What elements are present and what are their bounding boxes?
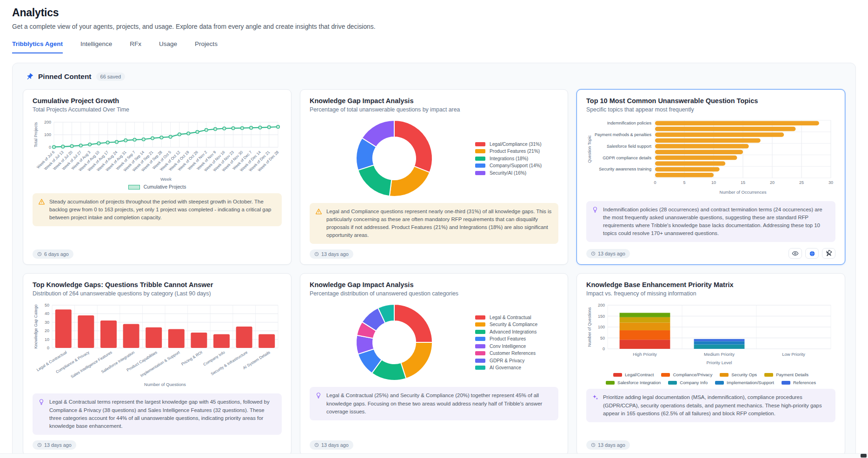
svg-text:100: 100: [44, 132, 51, 137]
clock-icon: [314, 443, 319, 447]
annotation-box: Legal and Compliance questions represent…: [310, 203, 558, 244]
svg-text:40: 40: [45, 312, 49, 316]
tab-usage[interactable]: Usage: [159, 40, 177, 53]
svg-text:200: 200: [598, 303, 605, 308]
card-subtitle: Impact vs. frequency of missing informat…: [586, 290, 835, 297]
annotation-box: Legal & Contractual terms represent the …: [33, 393, 282, 434]
annotation-box: Prioritize adding legal documentation (M…: [586, 389, 835, 422]
saved-count-badge: 66 saved: [96, 72, 126, 81]
horizontal-scrollbar[interactable]: [0, 453, 868, 458]
legend-item: Product Features (21%): [475, 149, 542, 154]
lightbulb-icon: [315, 392, 322, 415]
card-top-knowledge-gaps[interactable]: Top Knowledge Gaps: Questions Tribble Ca…: [23, 273, 292, 455]
vertical-bar-chart: 01020304050Legal & ContractualCompliance…: [33, 301, 282, 390]
svg-text:10: 10: [711, 180, 716, 185]
card-footer: 13 days ago: [310, 435, 558, 450]
tab-intelligence[interactable]: Intelligence: [80, 40, 112, 53]
line-chart: 0100200Week of Jul 6Week of Jul 13Week o…: [33, 118, 282, 184]
card-top-unanswerable-topics[interactable]: Top 10 Most Common Unanswerable Question…: [576, 89, 845, 265]
legend-item: GDPR & Privacy: [475, 358, 537, 363]
page-title: Analytics: [12, 7, 856, 19]
svg-text:10: 10: [45, 337, 49, 342]
legend-label: Cumulative Projects: [144, 184, 186, 190]
card-knowledge-gap-impact-analysis[interactable]: Knowledge Gap Impact Analysis Percentage…: [300, 89, 568, 265]
clock-icon: [37, 443, 42, 447]
svg-text:Indemnification policies: Indemnification policies: [607, 121, 651, 125]
page-subtitle: Get a complete view of your agents, proj…: [12, 23, 856, 30]
legend-item: Company/Support (14%): [475, 163, 542, 168]
annotation-box: Legal & Contractual (25%) and Security &…: [310, 387, 558, 420]
timestamp-badge: 13 days ago: [310, 440, 353, 450]
timestamp-badge: 13 days ago: [310, 249, 353, 259]
unpin-button[interactable]: [822, 248, 835, 259]
card-actions: [788, 248, 835, 259]
svg-text:Salesforce field support: Salesforce field support: [607, 144, 651, 149]
tab-projects[interactable]: Projects: [195, 40, 218, 53]
clock-icon: [591, 443, 596, 447]
legend-item: Compliance/Privacy: [661, 372, 712, 377]
card-subtitle: Total Projects Accumulated Over Time: [33, 106, 282, 113]
svg-text:5: 5: [683, 180, 685, 185]
donut-chart: Legal/Compliance (31%)Product Features (…: [310, 118, 558, 199]
svg-text:Knowledge Gap Catego: Knowledge Gap Catego: [33, 305, 38, 349]
svg-text:Number of Questions: Number of Questions: [144, 382, 186, 387]
horizontal-bar-chart: 051015202530Indemnification policiesPaym…: [586, 118, 835, 197]
svg-text:150: 150: [598, 314, 605, 319]
svg-text:0: 0: [47, 346, 49, 350]
tab-rfx[interactable]: RFx: [130, 40, 141, 53]
card-title: Knowledge Gap Impact Analysis: [310, 97, 558, 105]
legend-item: Company Info: [668, 380, 708, 385]
svg-text:Sales Intelligence Features: Sales Intelligence Features: [70, 350, 113, 379]
warning-icon: [315, 208, 322, 239]
card-kb-enhancement-priority-matrix[interactable]: Knowledge Base Enhancement Priority Matr…: [576, 273, 845, 455]
insights-button[interactable]: [805, 248, 819, 259]
svg-text:25: 25: [799, 180, 804, 185]
svg-text:100: 100: [598, 325, 605, 329]
legend-item: Customer References: [475, 351, 537, 356]
card-footer: 13 days ago: [310, 244, 558, 259]
svg-text:Security awareness training: Security awareness training: [599, 167, 651, 171]
lightbulb-icon: [38, 398, 45, 430]
legend-item: Security/AI (16%): [475, 170, 542, 176]
svg-text:Week: Week: [160, 177, 172, 182]
legend-swatch: [128, 185, 140, 190]
card-title: Knowledge Base Enhancement Priority Matr…: [586, 281, 835, 288]
timestamp-badge: 13 days ago: [586, 249, 630, 258]
card-title: Top 10 Most Common Unanswerable Question…: [586, 97, 835, 105]
annotation-box: Indemnification policies (28 occurrences…: [586, 201, 835, 242]
donut-legend: Legal/Compliance (31%)Product Features (…: [475, 139, 542, 177]
donut-chart: Legal & ContractualSecurity & Compliance…: [310, 301, 558, 383]
pinned-content-panel: Pinned Content 66 saved Cumulative Proje…: [12, 63, 856, 458]
annotation-text: Legal & Contractual terms represent the …: [49, 398, 276, 430]
chart-legend: Cumulative Projects: [33, 184, 282, 190]
scrollbar-thumb[interactable]: [861, 454, 867, 458]
svg-text:Medium Priority: Medium Priority: [704, 352, 735, 357]
legend-item: Legal & Contractual: [475, 315, 537, 320]
globe-icon: [809, 250, 815, 257]
legend-item: Security Ops: [720, 372, 757, 377]
unpin-icon: [825, 250, 832, 257]
legend-item: Payment Details: [764, 372, 808, 377]
card-cumulative-project-growth[interactable]: Cumulative Project Growth Total Projects…: [23, 89, 292, 265]
tab-tribblytics-agent[interactable]: Tribblytics Agent: [12, 40, 63, 53]
card-subtitle: Distribution of 264 unanswerable questio…: [33, 290, 282, 297]
legend-item: Conv Intelligence: [475, 344, 537, 349]
svg-text:Number of Occurrences: Number of Occurrences: [720, 190, 767, 195]
view-button[interactable]: [788, 248, 802, 259]
annotation-text: Steady accumulation of projects througho…: [49, 198, 276, 222]
svg-text:30: 30: [45, 320, 49, 325]
stacked-bar-chart: 050100150200High PriorityMedium Priority…: [586, 301, 835, 385]
eye-icon: [792, 250, 799, 257]
card-footer: 13 days ago: [586, 435, 835, 450]
card-title: Cumulative Project Growth: [33, 97, 282, 105]
svg-text:GDPR compliance details: GDPR compliance details: [603, 156, 651, 160]
legend-item: AI Governance: [475, 365, 537, 370]
legend-item: Salesforce Integration: [606, 380, 661, 385]
annotation-box: Steady accumulation of projects througho…: [33, 193, 282, 226]
card-knowledge-gap-impact-analysis-2[interactable]: Knowledge Gap Impact Analysis Percentage…: [300, 273, 568, 455]
legend-item: Legal/Compliance (31%): [475, 142, 542, 147]
legend-item: Security & Compliance: [475, 322, 537, 327]
pin-icon: [26, 73, 33, 81]
card-subtitle: Specific topics that appear most frequen…: [586, 106, 835, 113]
card-footer: 13 days ago: [586, 242, 835, 259]
